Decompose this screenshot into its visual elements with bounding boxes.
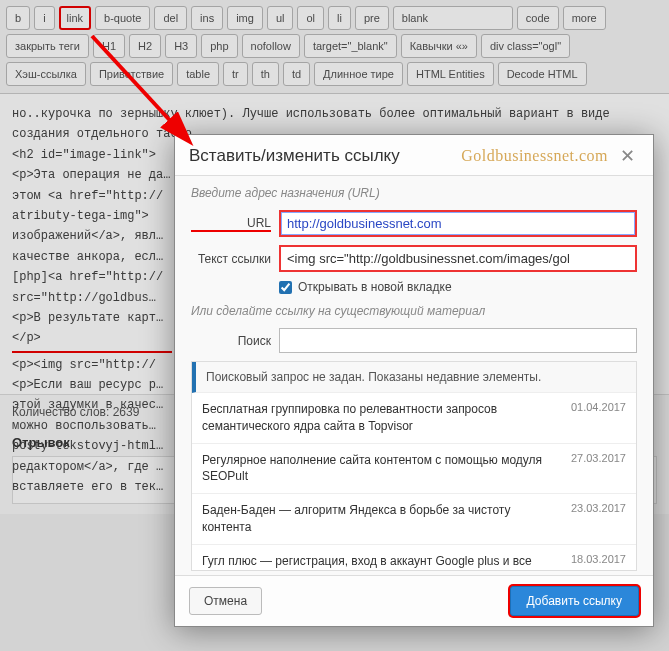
result-title: Бесплатная группировка по релевантности … <box>202 401 563 435</box>
result-item[interactable]: Бесплатная группировка по релевантности … <box>192 393 636 444</box>
result-title: Регулярное наполнение сайта контентом с … <box>202 452 563 486</box>
search-row: Поиск <box>191 328 637 353</box>
url-hint: Введите адрес назначения (URL) <box>191 186 637 200</box>
url-input[interactable] <box>279 210 637 237</box>
existing-hint: Или сделайте ссылку на существующий мате… <box>191 304 637 318</box>
result-title: Баден-Баден — алгоритм Яндекса в борьбе … <box>202 502 563 536</box>
insert-link-modal: Вставить/изменить ссылку Goldbusinessnet… <box>174 134 654 627</box>
url-row: URL <box>191 210 637 237</box>
modal-header: Вставить/изменить ссылку Goldbusinessnet… <box>175 135 653 176</box>
link-text-label: Текст ссылки <box>191 252 271 266</box>
result-date: 23.03.2017 <box>571 502 626 536</box>
search-results: Поисковый запрос не задан. Показаны неда… <box>191 361 637 571</box>
new-tab-row: Открывать в новой вкладке <box>191 280 637 294</box>
search-label: Поиск <box>191 334 271 348</box>
brand-watermark: Goldbusinessnet.com <box>400 147 616 165</box>
result-item[interactable]: Гугл плюс — регистрация, вход в аккаунт … <box>192 545 636 571</box>
close-icon[interactable]: ✕ <box>616 145 639 167</box>
result-title: Гугл плюс — регистрация, вход в аккаунт … <box>202 553 563 571</box>
link-text-row: Текст ссылки <box>191 245 637 272</box>
link-text-input[interactable] <box>279 245 637 272</box>
modal-title: Вставить/изменить ссылку <box>189 146 400 166</box>
search-input[interactable] <box>279 328 637 353</box>
url-label: URL <box>191 216 271 232</box>
result-date: 27.03.2017 <box>571 452 626 486</box>
result-item[interactable]: Баден-Баден — алгоритм Яндекса в борьбе … <box>192 494 636 545</box>
result-item[interactable]: Регулярное наполнение сайта контентом с … <box>192 444 636 495</box>
new-tab-label: Открывать в новой вкладке <box>298 280 452 294</box>
modal-body: Введите адрес назначения (URL) URL Текст… <box>175 176 653 575</box>
modal-footer: Отмена Добавить ссылку <box>175 575 653 626</box>
results-header: Поисковый запрос не задан. Показаны неда… <box>192 362 636 393</box>
new-tab-checkbox[interactable] <box>279 281 292 294</box>
cancel-button[interactable]: Отмена <box>189 587 262 615</box>
result-date: 01.04.2017 <box>571 401 626 435</box>
result-date: 18.03.2017 <box>571 553 626 571</box>
add-link-button[interactable]: Добавить ссылку <box>510 586 639 616</box>
